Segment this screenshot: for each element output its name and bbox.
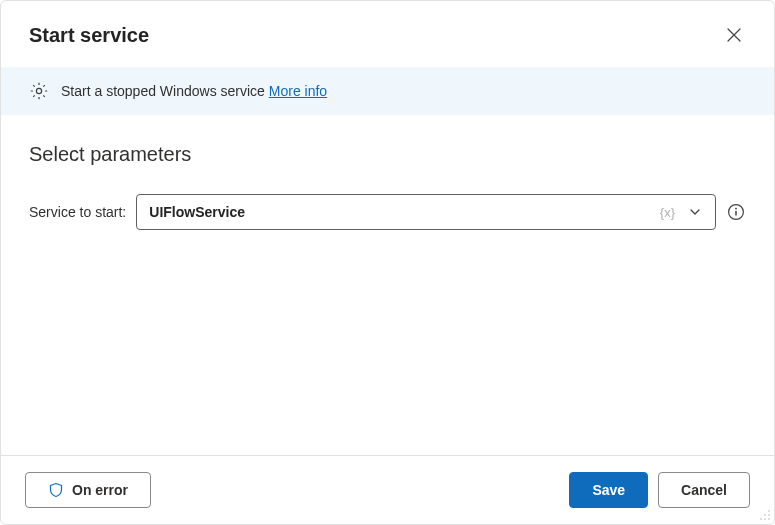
dialog-body: Select parameters Service to start: UIFl… xyxy=(1,115,774,455)
chevron-down-icon xyxy=(688,205,702,219)
cancel-label: Cancel xyxy=(681,482,727,498)
close-icon xyxy=(727,28,741,42)
svg-point-2 xyxy=(735,208,737,210)
svg-point-0 xyxy=(36,88,41,93)
save-label: Save xyxy=(592,482,625,498)
description-text-value: Start a stopped Windows service xyxy=(61,83,265,99)
shield-icon xyxy=(48,482,64,498)
resize-handle-icon[interactable] xyxy=(759,509,771,521)
svg-point-4 xyxy=(768,510,770,512)
description-strip: Start a stopped Windows service More inf… xyxy=(1,67,774,115)
dialog-header: Start service xyxy=(1,1,774,67)
save-button[interactable]: Save xyxy=(569,472,648,508)
param-row-service: Service to start: UIFlowService {x} xyxy=(29,194,746,230)
svg-point-5 xyxy=(764,514,766,516)
svg-point-9 xyxy=(768,518,770,520)
param-info-button[interactable] xyxy=(726,202,746,222)
svg-point-6 xyxy=(768,514,770,516)
variable-token-button[interactable]: {x} xyxy=(658,205,677,220)
close-button[interactable] xyxy=(718,19,750,51)
dialog-footer: On error Save Cancel xyxy=(1,455,774,524)
description-text: Start a stopped Windows service More inf… xyxy=(61,83,327,99)
service-to-start-combobox[interactable]: UIFlowService {x} xyxy=(136,194,716,230)
svg-rect-3 xyxy=(735,211,737,216)
svg-point-8 xyxy=(764,518,766,520)
more-info-link[interactable]: More info xyxy=(269,83,327,99)
on-error-label: On error xyxy=(72,482,128,498)
dropdown-toggle[interactable] xyxy=(683,200,707,224)
dialog: Start service Start a stopped Windows se… xyxy=(0,0,775,525)
gear-icon xyxy=(29,81,49,101)
svg-point-7 xyxy=(760,518,762,520)
service-value: UIFlowService xyxy=(149,204,652,220)
info-icon xyxy=(727,203,745,221)
section-title: Select parameters xyxy=(29,143,746,166)
param-label: Service to start: xyxy=(29,204,126,220)
dialog-title: Start service xyxy=(29,24,149,47)
cancel-button[interactable]: Cancel xyxy=(658,472,750,508)
on-error-button[interactable]: On error xyxy=(25,472,151,508)
